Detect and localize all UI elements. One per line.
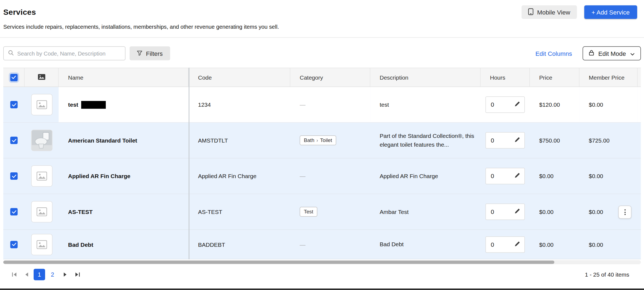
service-code: AMSTDTLT	[198, 137, 228, 144]
filter-funnel-icon	[137, 50, 142, 57]
first-page-button[interactable]	[8, 268, 21, 281]
hours-value: 0	[491, 173, 494, 179]
column-header-member-price: Member Price	[579, 68, 638, 87]
column-header-description: Description	[370, 68, 481, 87]
service-description: Part of the Standard Collection®, this e…	[380, 132, 477, 149]
service-price: $0.00	[539, 173, 554, 179]
category-chip: Bath › Toilet	[300, 135, 336, 145]
search-input[interactable]	[17, 50, 121, 57]
table-row[interactable]: Bad Debt BADDEBT — Bad Debt 0 $0.00 $0.0…	[3, 230, 641, 259]
page-button-2[interactable]: 2	[47, 269, 58, 280]
table-row[interactable]: Applied AR Fin Charge Applied AR Fin Cha…	[3, 158, 641, 194]
row-checkbox[interactable]	[10, 101, 18, 108]
row-checkbox[interactable]	[10, 137, 18, 144]
edit-pencil-icon[interactable]	[514, 172, 520, 180]
row-checkbox[interactable]	[10, 241, 18, 248]
next-page-button[interactable]	[59, 268, 71, 281]
service-name: Bad Debt	[68, 241, 93, 248]
row-actions-button[interactable]	[618, 206, 631, 219]
mobile-view-button[interactable]: Mobile View	[522, 5, 577, 19]
image-column-icon	[37, 74, 45, 81]
table-row[interactable]: AS-TEST AS-TEST Test Ambar Test 0 $0.00 …	[3, 194, 641, 230]
service-price: $0.00	[539, 241, 554, 248]
service-image-placeholder[interactable]	[31, 94, 52, 115]
service-description: Bad Debt	[380, 240, 404, 249]
column-header-hours: Hours	[481, 68, 530, 87]
filters-label: Filters	[146, 50, 163, 57]
header-actions: Mobile View + Add Service	[522, 5, 637, 19]
redacted-text	[81, 101, 106, 109]
hours-editor[interactable]: 0	[485, 204, 525, 220]
service-code: 1234	[198, 102, 211, 108]
service-image-placeholder[interactable]	[31, 234, 52, 255]
edit-mode-label: Edit Mode	[598, 50, 626, 57]
chip-chevron-icon: ›	[317, 138, 318, 143]
row-checkbox[interactable]	[10, 208, 18, 216]
add-service-button[interactable]: + Add Service	[584, 5, 637, 19]
category-dash: —	[300, 173, 306, 179]
header-divider	[0, 37, 644, 38]
previous-page-button[interactable]	[21, 268, 33, 281]
pagination-range: 1 - 25 of 40 items	[585, 271, 641, 278]
service-name: American Standard Toilet	[68, 137, 137, 144]
category-dash: —	[300, 102, 306, 108]
filters-button[interactable]: Filters	[130, 47, 170, 60]
edit-pencil-icon[interactable]	[514, 208, 520, 216]
edit-columns-link[interactable]: Edit Columns	[535, 50, 572, 57]
table-row[interactable]: American Standard Toilet AMSTDTLT Bath ›…	[3, 123, 641, 159]
lock-icon	[589, 50, 594, 57]
service-image-placeholder[interactable]	[31, 166, 52, 187]
service-name: Applied AR Fin Charge	[68, 173, 130, 179]
row-checkbox[interactable]	[10, 172, 18, 180]
last-page-button[interactable]	[71, 268, 84, 281]
table-header-row: Name Code Category Description Hours Pri…	[3, 68, 641, 87]
column-header-price: Price	[530, 68, 579, 87]
service-code: BADDEBT	[198, 241, 225, 248]
add-service-label: + Add Service	[592, 9, 630, 16]
image-placeholder-icon	[36, 207, 47, 216]
member-price: $0.00	[589, 173, 603, 179]
column-header-code: Code	[189, 68, 290, 87]
kebab-icon	[624, 209, 626, 215]
hours-editor[interactable]: 0	[485, 236, 525, 253]
service-image-placeholder[interactable]	[31, 201, 52, 222]
page-button-1[interactable]: 1	[34, 269, 45, 280]
edit-pencil-icon[interactable]	[514, 137, 520, 144]
service-code: Applied AR Fin Charge	[198, 173, 257, 179]
edit-pencil-icon[interactable]	[514, 241, 520, 248]
phone-icon	[528, 8, 534, 16]
category-chip-part: Test	[304, 209, 313, 215]
edit-pencil-icon[interactable]	[514, 101, 520, 108]
services-page: Services Mobile View + Add Service Servi…	[0, 0, 644, 290]
hours-value: 0	[491, 241, 494, 248]
page-subtitle: Services include repairs, replacements, …	[3, 24, 641, 30]
service-image-toilet[interactable]	[31, 130, 52, 151]
hours-value: 0	[491, 102, 494, 108]
image-placeholder-icon	[36, 172, 47, 181]
toolbar: Filters Edit Columns Edit Mode	[3, 47, 641, 60]
select-all-checkbox[interactable]	[10, 74, 17, 81]
hours-editor[interactable]: 0	[485, 168, 525, 184]
member-price: $0.00	[589, 208, 603, 215]
search-icon	[8, 50, 14, 57]
edit-mode-button[interactable]: Edit Mode	[583, 47, 641, 60]
column-header-category: Category	[290, 68, 370, 87]
service-price: $120.00	[539, 102, 560, 108]
category-dash: —	[300, 241, 306, 248]
category-chip-part: Toilet	[320, 138, 332, 143]
pagination: 1 2 1 - 25 of 40 items	[3, 267, 641, 282]
frozen-column-divider[interactable]	[189, 68, 189, 260]
service-description: Applied AR Fin Charge	[380, 172, 438, 181]
table-row[interactable]: test 1234 — test 0 $120.00 $0.00	[3, 87, 641, 123]
hours-editor[interactable]: 0	[485, 132, 525, 149]
page-header: Services Mobile View + Add Service	[0, 0, 644, 19]
scrollbar-thumb[interactable]	[3, 261, 554, 264]
horizontal-scrollbar[interactable]	[3, 260, 641, 264]
hours-value: 0	[491, 137, 494, 144]
member-price: $725.00	[589, 137, 610, 144]
column-header-overflow	[638, 68, 641, 87]
member-price: $0.00	[589, 241, 603, 248]
image-column-header	[25, 68, 59, 87]
hours-editor[interactable]: 0	[485, 97, 525, 113]
service-price: $750.00	[539, 137, 560, 144]
